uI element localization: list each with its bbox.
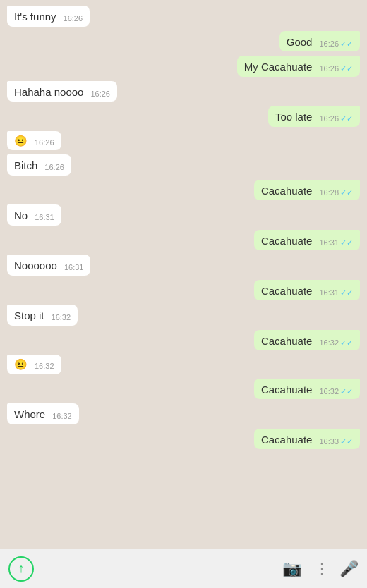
- bubble-text: Cacahuate: [261, 234, 313, 248]
- bubble-time: 16:26: [44, 162, 64, 172]
- bottom-toolbar: ↑ 📷 ⋮ 🎤: [0, 549, 367, 588]
- read-receipt-icon: ✓✓: [340, 386, 353, 396]
- bubble-time: 16:31 ✓✓: [319, 288, 353, 298]
- bubble-text: Noooooo: [14, 259, 57, 273]
- bubble-text: Bitch: [14, 159, 37, 173]
- chat-container[interactable]: It's funny16:26Good16:26 ✓✓My Cacahuate1…: [0, 0, 367, 549]
- bubble-2: Good16:26 ✓✓: [279, 31, 360, 52]
- bubble-1: It's funny16:26: [7, 6, 90, 27]
- message-row: Cacahuate16:31 ✓✓: [7, 280, 360, 301]
- read-receipt-icon: ✓✓: [340, 39, 353, 49]
- read-receipt-icon: ✓✓: [340, 338, 353, 348]
- bubble-time: 16:32: [52, 411, 72, 421]
- bubble-text: My Cacahuate: [244, 60, 313, 74]
- bubble-text: Cacahuate: [261, 334, 313, 348]
- bubble-text: Whore: [14, 408, 45, 422]
- message-row: Cacahuate16:28 ✓✓: [7, 180, 360, 201]
- bubble-text: 😐: [14, 134, 28, 148]
- read-receipt-icon: ✓✓: [340, 238, 353, 247]
- message-row: 😐16:32: [7, 355, 360, 374]
- bubble-12: Cacahuate16:31 ✓✓: [254, 280, 360, 301]
- more-options-icon[interactable]: ⋮: [311, 557, 332, 581]
- message-row: Cacahuate16:32 ✓✓: [7, 379, 360, 400]
- bubble-4: Hahaha noooo16:26: [7, 81, 117, 102]
- bubble-time: 16:31: [35, 212, 54, 222]
- bubble-17: Whore16:32: [7, 403, 79, 424]
- message-input[interactable]: [41, 556, 272, 582]
- message-row: Cacahuate16:32 ✓✓: [7, 330, 360, 351]
- bubble-10: Cacahuate16:31 ✓✓: [254, 230, 360, 251]
- bubble-time: 16:26: [90, 89, 110, 99]
- bubble-text: It's funny: [14, 10, 56, 24]
- bubble-11: Noooooo16:31: [7, 255, 90, 276]
- message-row: It's funny16:26: [7, 6, 360, 27]
- bubble-text: Good: [287, 35, 313, 49]
- bubble-text: Hahaha noooo: [14, 85, 83, 99]
- read-receipt-icon: ✓✓: [340, 114, 353, 123]
- bubble-16: Cacahuate16:32 ✓✓: [254, 379, 360, 400]
- bubble-time: 16:26: [64, 13, 83, 23]
- bubble-time: 16:32: [52, 312, 71, 322]
- bubble-time: 16:26: [35, 137, 54, 147]
- message-row: Good16:26 ✓✓: [7, 31, 360, 52]
- read-receipt-icon: ✓✓: [340, 288, 353, 298]
- bubble-6: 😐16:26: [7, 131, 61, 151]
- message-row: Stop it16:32: [7, 305, 360, 326]
- bubble-text: No: [14, 209, 28, 223]
- bubble-13: Stop it16:32: [7, 305, 78, 326]
- bubble-text: Cacahuate: [261, 383, 313, 397]
- bubble-8: Cacahuate16:28 ✓✓: [254, 180, 360, 201]
- camera-icon[interactable]: 📷: [279, 557, 304, 581]
- message-row: Cacahuate16:31 ✓✓: [7, 230, 360, 251]
- message-row: Whore16:32: [7, 403, 360, 424]
- message-row: Cacahuate16:33 ✓✓: [7, 429, 360, 450]
- bubble-time: 16:28 ✓✓: [319, 188, 353, 197]
- bubble-18: Cacahuate16:33 ✓✓: [254, 429, 360, 450]
- bubble-5: Too late16:26 ✓✓: [268, 106, 360, 127]
- message-row: Bitch16:26: [7, 154, 360, 176]
- bubble-time: 16:32: [35, 361, 54, 371]
- message-row: 😐16:26: [7, 131, 360, 151]
- bubble-time: 16:26 ✓✓: [319, 39, 353, 49]
- bubble-time: 16:31 ✓✓: [319, 238, 353, 247]
- bubble-time: 16:26 ✓✓: [319, 114, 353, 123]
- bubble-text: Cacahuate: [261, 284, 313, 298]
- bubble-15: 😐16:32: [7, 355, 61, 374]
- message-row: My Cacahuate16:26 ✓✓: [7, 56, 360, 77]
- bubble-text: 😐: [14, 357, 28, 372]
- bubble-time: 16:31: [64, 262, 84, 272]
- bubble-text: Cacahuate: [261, 184, 313, 198]
- bubble-text: Too late: [275, 110, 313, 124]
- bubble-14: Cacahuate16:32 ✓✓: [254, 330, 360, 351]
- scroll-up-button[interactable]: ↑: [8, 556, 34, 582]
- message-row: No16:31: [7, 204, 360, 226]
- bubble-text: Cacahuate: [261, 433, 313, 447]
- read-receipt-icon: ✓✓: [340, 188, 353, 197]
- bubble-9: No16:31: [7, 204, 61, 226]
- bubble-7: Bitch16:26: [7, 154, 71, 176]
- bubble-time: 16:33 ✓✓: [319, 436, 353, 446]
- bubble-time: 16:32 ✓✓: [319, 338, 353, 348]
- message-row: Too late16:26 ✓✓: [7, 106, 360, 127]
- message-row: Noooooo16:31: [7, 255, 360, 276]
- bubble-3: My Cacahuate16:26 ✓✓: [237, 56, 360, 77]
- message-row: Hahaha noooo16:26: [7, 81, 360, 102]
- microphone-icon[interactable]: 🎤: [339, 560, 359, 578]
- bubble-time: 16:32 ✓✓: [319, 386, 353, 396]
- read-receipt-icon: ✓✓: [340, 63, 353, 73]
- read-receipt-icon: ✓✓: [340, 436, 353, 446]
- bubble-time: 16:26 ✓✓: [319, 63, 353, 73]
- bubble-text: Stop it: [14, 309, 44, 323]
